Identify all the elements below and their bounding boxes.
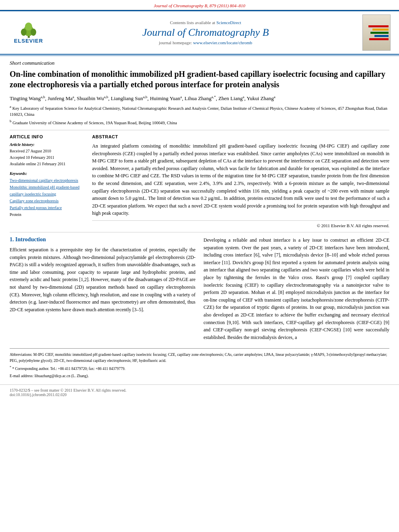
affiliation-2-text: Graduate University of Chinese Academy o… — [12, 120, 177, 125]
abstract-text: An integrated platform consisting of mon… — [92, 142, 389, 217]
intro-paragraph-2: Developing a reliable and robust interfa… — [204, 236, 389, 341]
elsevier-tree-icon — [20, 23, 38, 38]
accepted-date: Accepted 10 February 2011 — [10, 154, 84, 161]
keywords-heading: Keywords: — [10, 171, 84, 176]
aff-sup-b: b — [10, 119, 12, 123]
affiliation-1-text: Key Laboratory of Separation Science for… — [10, 106, 387, 117]
copyright-line: © 2011 Elsevier B.V. All rights reserved… — [92, 220, 389, 228]
header-left: ELSEVIER — [6, 14, 51, 51]
header-area: ELSEVIER Contents lists available at Sci… — [0, 11, 399, 55]
intro-heading: 1. Introduction — [10, 236, 195, 243]
article-history-label: Article history: — [10, 142, 84, 147]
cover-image — [362, 14, 391, 51]
affiliations-block: a Key Laboratory of Separation Science f… — [10, 104, 389, 126]
corresponding-text: * Corresponding author. Tel.: +86 411 84… — [12, 367, 125, 371]
aff-sup-a: a — [10, 105, 11, 109]
footnote-email: E-mail address: lihuazhang@dicp.ac.cn (L… — [10, 373, 389, 379]
journal-ref-top: Journal of Chromatography B, 879 (2011) … — [154, 3, 245, 8]
corresponding-star: * — [10, 366, 11, 369]
cover-line-2 — [372, 29, 389, 31]
elsevier-text: ELSEVIER — [14, 38, 43, 44]
journal-name: Journal of Chromatography B — [142, 27, 269, 39]
keyword-5: Protein — [10, 211, 84, 218]
article-title: On-line combination of monolithic immobi… — [10, 69, 389, 90]
header-center: Contents lists available at ScienceDirec… — [55, 14, 356, 51]
keyword-2[interactable]: Monolithic immobilized pH gradient-based… — [10, 184, 84, 197]
homepage-label: journal homepage: — [159, 40, 192, 45]
issn-line: 1570-0232/$ – see front matter © 2011 El… — [10, 388, 389, 392]
intro-col-2: Developing a reliable and robust interfa… — [204, 236, 389, 344]
bottom-bar: 1570-0232/$ – see front matter © 2011 El… — [0, 384, 399, 400]
cover-line-5 — [369, 38, 389, 40]
journal-top-bar: Journal of Chromatography B, 879 (2011) … — [0, 0, 399, 10]
doi-line: doi:10.1016/j.jchromb.2011.02.020 — [10, 392, 389, 397]
footnote-abbrev: Abbreviations: M-IPG CIEF, monolithic im… — [10, 352, 389, 364]
header-right — [360, 14, 393, 51]
contents-available-text: Contents lists available at — [170, 20, 215, 25]
cover-line-4 — [374, 35, 389, 37]
email-address: lihuazhang@dicp.ac.cn (L. Zhang). — [35, 374, 89, 378]
keywords-block: Keywords: Two-dimensional capillary elec… — [10, 171, 84, 218]
keyword-3[interactable]: Capillary zone electrophoresis — [10, 197, 84, 204]
author-sup-4: a,b — [143, 95, 147, 99]
received-date: Received 27 August 2010 — [10, 148, 84, 154]
homepage-url[interactable]: www.elsevier.com/locate/chromb — [193, 40, 252, 45]
author-sup-3: a,b — [104, 95, 108, 99]
author-sup-5: a — [180, 95, 182, 99]
article-info-col: ARTICLE INFO Article history: Received 2… — [10, 134, 84, 228]
svg-point-4 — [25, 23, 32, 31]
article-history-block: Article history: Received 27 August 2010… — [10, 142, 84, 167]
journal-homepage: journal homepage: www.elsevier.com/locat… — [159, 40, 252, 45]
author-sup-1: a,b — [41, 95, 45, 99]
keyword-4[interactable]: Partially etched porous interface — [10, 204, 84, 211]
cover-line-1 — [368, 25, 389, 27]
sciencedirect-link[interactable]: Contents lists available at ScienceDirec… — [170, 20, 241, 25]
page-container: Journal of Chromatography B, 879 (2011) … — [0, 0, 399, 400]
article-content: Short communication On-line combination … — [0, 56, 399, 384]
author-sup-6: a,* — [212, 95, 216, 99]
intro-paragraph-1: Efficient separation is a prerequisite s… — [10, 246, 195, 313]
abstract-heading: ABSTRACT — [92, 134, 389, 139]
elsevier-logo-box: ELSEVIER — [10, 22, 47, 44]
author-sup-7: a — [243, 95, 244, 99]
body-section-intro: 1. Introduction Efficient separation is … — [10, 232, 389, 379]
email-label: E-mail address: — [10, 374, 33, 378]
footnotes-area: Abbreviations: M-IPG CIEF, monolithic im… — [10, 348, 389, 379]
svg-point-2 — [21, 29, 27, 36]
article-type-label: Short communication — [10, 60, 389, 66]
author-sup-2: a — [72, 95, 74, 99]
article-info-abstract-cols: ARTICLE INFO Article history: Received 2… — [10, 130, 389, 228]
author-sup-8: a — [274, 95, 276, 99]
footnote-corresponding: * * Corresponding author. Tel.: +86 411 … — [10, 365, 389, 372]
keyword-1[interactable]: Two-dimensional capillary electrophoresi… — [10, 177, 84, 184]
affiliation-2: b Graduate University of Chinese Academy… — [10, 119, 389, 126]
svg-point-3 — [31, 29, 36, 36]
sciencedirect-anchor[interactable]: ScienceDirect — [216, 20, 241, 25]
authors-line: Tingting Wanga,b, Junfeng Maa, Shuaibin … — [10, 94, 389, 103]
intro-two-col: 1. Introduction Efficient separation is … — [10, 236, 389, 344]
affiliation-1: a Key Laboratory of Separation Science f… — [10, 104, 389, 118]
article-info-heading: ARTICLE INFO — [10, 134, 84, 139]
intro-col-1: 1. Introduction Efficient separation is … — [10, 236, 195, 344]
abstract-col: ABSTRACT An integrated platform consisti… — [92, 134, 389, 228]
available-date: Available online 21 February 2011 — [10, 161, 84, 167]
cover-line-3 — [370, 32, 389, 34]
